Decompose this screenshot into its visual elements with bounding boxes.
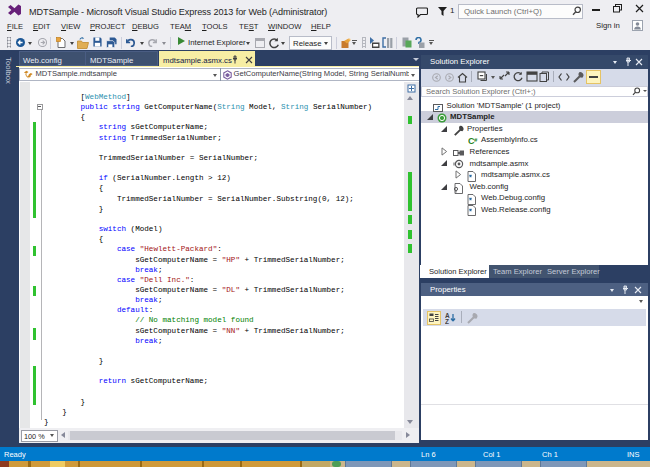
svg-text:#: #	[474, 137, 478, 143]
svg-text:Z: Z	[445, 318, 449, 325]
